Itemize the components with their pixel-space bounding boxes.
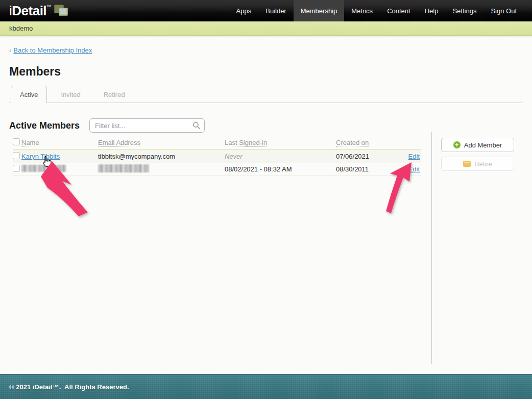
column-header-name[interactable]: Name (21, 139, 39, 147)
section-title: Active Members (9, 120, 80, 131)
nav-item-membership[interactable]: Membership (294, 0, 345, 21)
column-header-created-on[interactable]: Created on (336, 139, 369, 147)
nav-item-apps[interactable]: Apps (229, 0, 259, 21)
tab-active[interactable]: Active (11, 86, 47, 103)
table-row: Karyn Tibbits tibbitsk@mycompany.com Nev… (13, 149, 421, 163)
add-member-button[interactable]: + Add Member (441, 138, 514, 152)
member-last-signed-in: Never (225, 153, 336, 160)
table-header-row: Name Email Address Last Signed-in Create… (13, 138, 421, 149)
account-name: kbdemo (9, 24, 33, 32)
member-email: tibbitsk@mycompany.com (98, 153, 225, 160)
plus-icon: + (453, 141, 461, 148)
edit-member-link[interactable]: Edit (408, 165, 420, 173)
back-chevron-icon: ‹ (9, 46, 11, 54)
edit-member-link[interactable]: Edit (408, 153, 420, 160)
active-members-table: Name Email Address Last Signed-in Create… (13, 138, 421, 176)
member-last-signed-in: 08/02/2021 - 08:32 AM (225, 165, 336, 173)
member-created-on: 07/06/2021 (336, 153, 397, 160)
app-logo[interactable]: iDetail ™ (0, 1, 69, 21)
nav-item-content[interactable]: Content (380, 0, 418, 21)
member-status-tabs: Active Invited Retired (9, 86, 523, 103)
search-icon (192, 121, 201, 130)
nav-item-help[interactable]: Help (418, 0, 446, 21)
row-checkbox[interactable] (13, 152, 20, 159)
member-name-link[interactable]: Karyn Tibbits (21, 153, 60, 160)
panel-divider (431, 132, 432, 364)
redacted-email (98, 164, 149, 172)
page-footer: © 2021 iDetail™. All Rights Reserved. (0, 374, 532, 399)
select-all-checkbox[interactable] (13, 138, 20, 145)
table-row: 08/02/2021 - 08:32 AM 08/30/2011 Edit (13, 163, 421, 176)
account-bar: kbdemo (0, 21, 532, 36)
copyright-text: © 2021 iDetail™. All Rights Reserved. (9, 383, 129, 391)
nav-item-metrics[interactable]: Metrics (344, 0, 380, 21)
logo-trademark: ™ (46, 4, 51, 9)
nav-item-settings[interactable]: Settings (445, 0, 483, 21)
filter-list-input[interactable] (89, 118, 205, 133)
retire-button[interactable]: Retire (441, 157, 514, 171)
top-navbar: iDetail ™ Apps Builder Membership Metric… (0, 0, 532, 21)
archive-box-icon (463, 161, 471, 167)
member-created-on: 08/30/2011 (336, 165, 397, 173)
tab-invited[interactable]: Invited (52, 86, 89, 103)
logo-icon (54, 5, 69, 18)
column-header-last-signed-in[interactable]: Last Signed-in (225, 139, 267, 147)
nav-item-sign-out[interactable]: Sign Out (483, 0, 524, 21)
main-nav: Apps Builder Membership Metrics Content … (229, 0, 532, 21)
column-header-email[interactable]: Email Address (98, 139, 140, 147)
page-title: Members (9, 65, 61, 79)
nav-item-builder[interactable]: Builder (258, 0, 293, 21)
filter-list-wrap (89, 118, 205, 133)
row-checkbox[interactable] (13, 165, 20, 172)
redacted-name (21, 165, 66, 172)
breadcrumb: ‹Back to Membership Index (9, 46, 92, 54)
retire-label: Retire (474, 160, 492, 168)
logo-text: iDetail (9, 1, 46, 21)
back-to-membership-link[interactable]: Back to Membership Index (13, 46, 92, 54)
tab-retired[interactable]: Retired (94, 86, 134, 103)
add-member-label: Add Member (464, 141, 502, 149)
